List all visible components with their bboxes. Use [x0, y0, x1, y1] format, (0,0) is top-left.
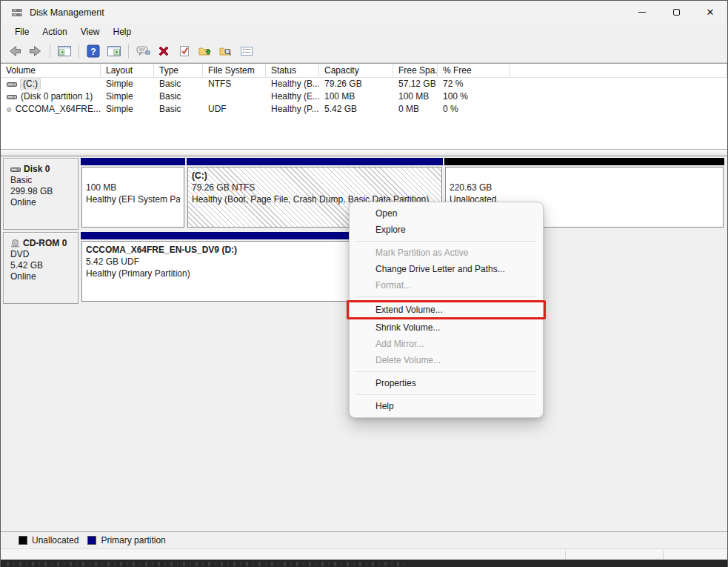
close-icon: ✕ [707, 7, 715, 18]
column-layout[interactable]: Layout [101, 64, 154, 77]
partition-name [450, 170, 719, 182]
cell-type: Basic [154, 78, 203, 90]
column-free-space[interactable]: Free Spa... [393, 64, 438, 77]
forward-icon [28, 44, 43, 59]
disk-state: Online [10, 271, 78, 282]
menu-item-explore[interactable]: Explore [350, 222, 543, 238]
cell-capacity: 100 MB [319, 90, 393, 103]
menu-item-delete-volume: Delete Volume... [350, 352, 543, 368]
menu-item-shrink-volume[interactable]: Shrink Volume... [350, 319, 543, 336]
menu-file[interactable]: File [8, 25, 36, 39]
status-bar [1, 548, 727, 560]
partition-name: (C:) [192, 170, 438, 182]
cell-free: 100 MB [393, 90, 438, 103]
menu-item-change-drive-letter[interactable]: Change Drive Letter and Paths... [350, 261, 543, 277]
partition-size: 100 MB [86, 182, 180, 193]
drive-icon [7, 81, 17, 88]
pane-splitter[interactable] [1, 149, 727, 156]
check-document-icon [178, 44, 191, 58]
table-row-dvd[interactable]: CCCOMA_X64FRE... Simple Basic UDF Health… [1, 103, 727, 116]
column-capacity[interactable]: Capacity [319, 64, 393, 77]
column-volume[interactable]: Volume [1, 64, 101, 77]
legend-primary-partition: Primary partition [87, 535, 165, 546]
close-button[interactable]: ✕ [693, 1, 727, 24]
folder-search-icon [218, 44, 233, 58]
maximize-button[interactable] [659, 1, 693, 24]
disk-name: Disk 0 [24, 164, 50, 175]
action-pane-button[interactable] [105, 42, 123, 60]
partition-efi[interactable]: 100 MB Healthy (EFI System Partition) [81, 158, 185, 230]
column-type[interactable]: Type [154, 64, 203, 77]
help-button[interactable]: ? [84, 42, 102, 60]
menu-separator [356, 296, 536, 297]
column-status[interactable]: Status [266, 64, 319, 77]
context-menu: Open Explore Mark Partition as Active Ch… [349, 202, 544, 418]
table-row-efi-partition[interactable]: (Disk 0 partition 1) Simple Basic Health… [1, 90, 727, 103]
toolbar-separator [79, 44, 79, 58]
volume-list: Volume Layout Type File System Status Ca… [1, 63, 727, 149]
back-button[interactable] [6, 42, 24, 60]
partition-size: 220.63 GB [450, 182, 719, 193]
primary-partition-stripe [81, 158, 185, 165]
disk-name: CD-ROM 0 [23, 238, 67, 249]
popup-balloon-button[interactable] [134, 42, 152, 60]
volume-name: CCCOMA_X64FRE... [16, 103, 101, 116]
menu-item-properties[interactable]: Properties [350, 375, 543, 391]
partition-status: Healthy (EFI System Partition) [86, 193, 180, 205]
unallocated-swatch [19, 536, 27, 545]
menu-item-extend-volume[interactable]: Extend Volume... [350, 300, 543, 319]
menu-action[interactable]: Action [36, 25, 73, 39]
cd-icon [10, 239, 20, 248]
menu-view[interactable]: View [74, 25, 107, 39]
open-folder-button[interactable] [196, 42, 214, 60]
forward-button[interactable] [27, 42, 44, 60]
console-tree-button[interactable] [56, 42, 73, 60]
menu-item-add-mirror: Add Mirror... [350, 336, 543, 352]
menu-item-open[interactable]: Open [350, 205, 543, 222]
toolbar: ? [1, 40, 727, 63]
volume-name: (Disk 0 partition 1) [21, 90, 93, 103]
delete-red-x-icon [157, 44, 170, 58]
menu-bar: File Action View Help [1, 24, 727, 40]
minimize-button[interactable] [625, 1, 659, 24]
partition-size: 79.26 GB NTFS [192, 182, 438, 193]
legend-unallocated: Unallocated [19, 535, 79, 546]
volume-name: (C:) [21, 78, 40, 90]
menu-item-format: Format... [350, 277, 543, 294]
back-icon [7, 44, 22, 59]
cell-capacity: 5.42 GB [319, 103, 393, 116]
disk-kind: DVD [10, 249, 78, 260]
column-file-system[interactable]: File System [203, 64, 266, 77]
minimize-icon [638, 12, 646, 13]
properties-list-icon [239, 44, 254, 58]
cell-fs: NTFS [203, 78, 266, 90]
disk0-panel[interactable]: Disk 0 Basic 299.98 GB Online [3, 158, 79, 230]
menu-help[interactable]: Help [107, 25, 138, 39]
cell-status: Healthy (E... [266, 90, 319, 103]
menu-item-help[interactable]: Help [350, 398, 543, 414]
check-document-button[interactable] [176, 42, 193, 60]
cell-free: 57.12 GB [393, 78, 438, 90]
cell-layout: Simple [101, 103, 154, 116]
help-icon: ? [87, 44, 100, 58]
taskbar-edge [1, 560, 727, 567]
cell-status: Healthy (B... [266, 78, 319, 90]
cell-fs: UDF [203, 103, 266, 116]
table-row-c-drive[interactable]: (C:) Simple Basic NTFS Healthy (B... 79.… [1, 78, 727, 90]
cdrom-panel[interactable]: CD-ROM 0 DVD 5.42 GB Online [3, 232, 79, 304]
column-empty [510, 64, 727, 77]
legend-label: Unallocated [32, 535, 79, 546]
maximize-icon [673, 9, 680, 16]
title-bar: Disk Management ✕ [1, 1, 727, 24]
cell-pct-free: 72 % [438, 78, 510, 90]
delete-volume-button[interactable] [155, 42, 173, 60]
disk-size: 299.98 GB [10, 186, 78, 197]
cell-layout: Simple [101, 78, 154, 90]
menu-item-mark-partition-active: Mark Partition as Active [350, 245, 543, 261]
properties-list-button[interactable] [238, 42, 256, 60]
explore-folder-button[interactable] [217, 42, 235, 60]
status-divider [565, 551, 566, 559]
cell-capacity: 79.26 GB [319, 78, 393, 90]
taskbar-noise [7, 562, 407, 566]
column-pct-free[interactable]: % Free [438, 64, 510, 77]
